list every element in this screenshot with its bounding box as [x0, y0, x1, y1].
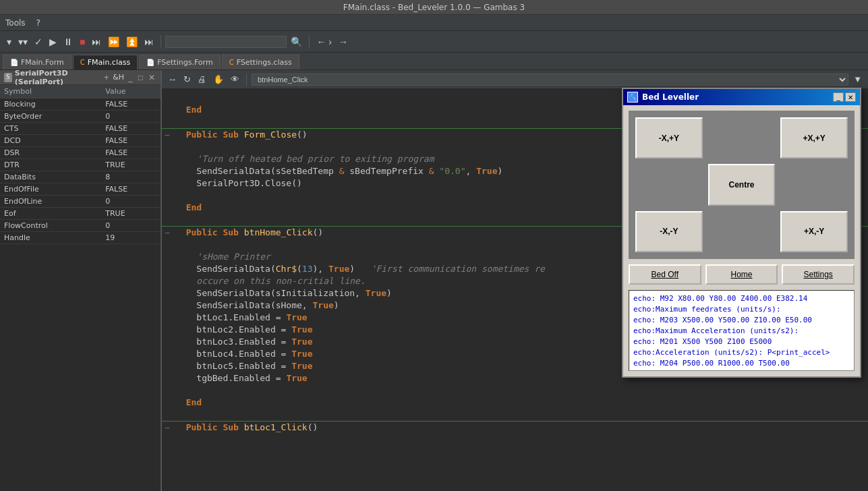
fold-indicator [162, 324, 173, 336]
table-row: BlockingFALSE [0, 98, 161, 111]
dir-empty-right [780, 164, 848, 205]
fold-indicator [162, 263, 173, 275]
toolbar: ▾ ▾▾ ✓ ▶ ⏸ ■ ⏭ ⏩ ⏫ ⏭ 🔍 ← › → [0, 31, 868, 53]
fold-indicator [162, 397, 173, 409]
btn-neg-x-neg-y[interactable]: -X,-Y [635, 211, 703, 252]
symbol-cell: Eof [0, 208, 101, 220]
col-symbol: Symbol [0, 85, 101, 98]
tab-label-fmain-form: FMain.Form [21, 58, 64, 67]
symbol-cell: EndOfFile [0, 183, 101, 196]
code-line: — Public Sub btLoc1_Click() [162, 421, 868, 434]
tab-fmain-class[interactable]: C FMain.class [73, 55, 138, 69]
fold-indicator [162, 360, 173, 372]
menu-tools[interactable]: Tools [5, 18, 26, 28]
fold-indicator [162, 165, 173, 177]
sidebar-minimize-btn[interactable]: _ [127, 73, 134, 82]
table-row: Handle19 [0, 232, 161, 244]
fold-indicator[interactable]: — [162, 129, 173, 141]
fold-indicator [162, 384, 173, 397]
value-cell: FALSE [101, 147, 161, 159]
toolbar-btn-stop[interactable]: ■ [77, 35, 88, 49]
symbol-cell: DCD [0, 135, 101, 147]
code-eye-btn[interactable]: 👁 [229, 74, 241, 85]
value-cell: 19 [101, 232, 161, 244]
code-nav-btn[interactable]: ↔ [166, 74, 179, 85]
fold-indicator[interactable]: — [162, 227, 173, 239]
table-row: ByteOrder0 [0, 111, 161, 123]
fold-indicator [162, 190, 173, 202]
value-cell: FALSE [101, 183, 161, 196]
sidebar-titlebar: S SerialPort3D (SerialPort) + &H _ □ ✕ [0, 70, 161, 85]
bed-leveler-title: Bed Leveller [642, 92, 699, 102]
tab-fsettings-form[interactable]: 📄 FSettings.Form [139, 55, 220, 69]
toolbar-btn-next[interactable]: ⏭ [89, 35, 104, 49]
value-cell: 0 [101, 196, 161, 208]
search-input[interactable] [165, 36, 287, 48]
fold-indicator [162, 299, 173, 312]
code-refresh-btn[interactable]: ↻ [181, 74, 193, 85]
nav-back-button[interactable]: ← › [314, 35, 335, 49]
fold-indicator [162, 116, 173, 128]
dir-empty-left [635, 164, 703, 205]
action-buttons: Bed Off Home Settings [629, 264, 855, 285]
table-row: EndOfLine0 [0, 196, 161, 208]
tab-icon-class1: C [80, 59, 85, 66]
log-line: echo:Acceleration (units/s2): P<print_ac… [633, 347, 850, 358]
settings-button[interactable]: Settings [782, 264, 855, 285]
tab-fsettings-class[interactable]: C FSettings.class [222, 55, 299, 69]
toolbar-btn-pause[interactable]: ⏸ [61, 35, 76, 49]
bed-leveler-minimize-btn[interactable]: _ [833, 92, 844, 102]
tab-label-fmain-class: FMain.class [88, 58, 130, 67]
code-print-btn[interactable]: 🖨 [196, 74, 208, 85]
function-dropdown[interactable]: btnHome_Click [252, 74, 848, 86]
bed-off-button[interactable]: Bed Off [629, 264, 701, 285]
log-line: echo: M201 X500 Y500 Z100 E5000 [633, 337, 850, 347]
tab-label-fsettings-form: FSettings.Form [157, 58, 212, 67]
toolbar-btn-2[interactable]: ▾▾ [16, 35, 30, 49]
table-row: DSRFALSE [0, 147, 161, 159]
sidebar-close-btn[interactable]: ✕ [147, 73, 156, 82]
bed-leveler-close-btn[interactable]: ✕ [845, 92, 856, 102]
toolbar-btn-run[interactable]: ▶ [47, 35, 59, 49]
value-cell: 8 [101, 171, 161, 183]
log-line: echo: M203 X500.00 Y500.00 Z10.00 E50.00 [633, 315, 850, 326]
tab-icon-form1: 📄 [10, 59, 18, 66]
toolbar-btn-check[interactable]: ✓ [32, 35, 45, 49]
sidebar-controls: + &H _ □ ✕ [103, 73, 156, 82]
value-cell: FALSE [101, 98, 161, 111]
sidebar-table: Symbol Value BlockingFALSEByteOrder0CTSF… [0, 85, 161, 491]
code-stop-btn[interactable]: ✋ [211, 74, 226, 85]
fold-indicator [162, 214, 173, 226]
toolbar-btn-ff[interactable]: ⏩ [105, 35, 122, 49]
btn-pos-x-pos-y[interactable]: +X,+Y [780, 117, 848, 158]
symbol-cell: DataBits [0, 171, 101, 183]
bed-leveler-controls: _ ✕ [833, 92, 856, 102]
fold-indicator [162, 141, 173, 153]
btn-neg-x-pos-y[interactable]: -X,+Y [635, 117, 703, 158]
tab-fmain-form[interactable]: 📄 FMain.Form [3, 55, 71, 69]
fold-indicator [162, 202, 173, 214]
dir-empty-top [708, 117, 776, 158]
toolbar-separator-2 [309, 35, 310, 49]
menu-help[interactable]: ? [36, 18, 40, 28]
table-row: DCDFALSE [0, 135, 161, 147]
bed-leveler-icon: 🔧 [627, 92, 638, 103]
btn-centre[interactable]: Centre [708, 164, 776, 205]
sidebar-add-btn[interactable]: + [103, 73, 110, 82]
sidebar-maximize-btn[interactable]: □ [137, 73, 144, 82]
symbol-cell: ByteOrder [0, 111, 101, 123]
home-button[interactable]: Home [705, 264, 778, 285]
table-row: EndOfFileFALSE [0, 183, 161, 196]
code-line [162, 384, 868, 397]
btn-pos-x-neg-y[interactable]: +X,-Y [780, 211, 848, 252]
tabs-bar: 📄 FMain.Form C FMain.class 📄 FSettings.F… [0, 53, 868, 70]
toolbar-btn-reset[interactable]: ⏫ [123, 35, 140, 49]
fold-indicator[interactable]: — [162, 422, 173, 434]
search-button[interactable]: 🔍 [288, 35, 305, 49]
log-area: echo: M92 X80.00 Y80.00 Z400.00 E382.14e… [629, 290, 855, 371]
symbol-cell: DSR [0, 147, 101, 159]
nav-forward-button[interactable]: → [336, 35, 351, 49]
func-dropdown-btn[interactable]: ▼ [851, 74, 864, 85]
toolbar-btn-1[interactable]: ▾ [4, 35, 14, 49]
toolbar-btn-last[interactable]: ⏭ [142, 35, 156, 49]
